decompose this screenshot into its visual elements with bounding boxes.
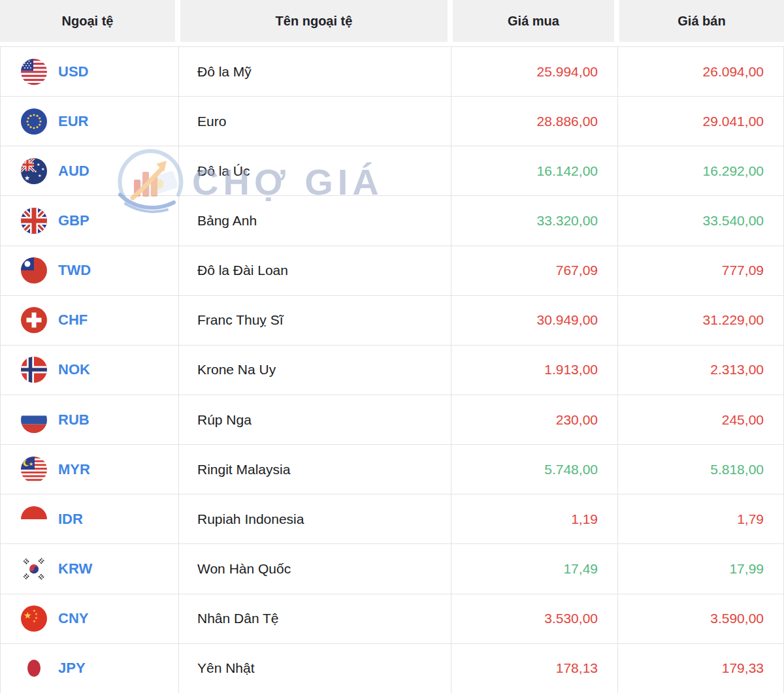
buy-price: 178,13 xyxy=(556,660,598,676)
svg-text:★: ★ xyxy=(24,174,30,182)
buy-price: 16.142,00 xyxy=(537,163,598,179)
buy-price-cell: 5.748,00 xyxy=(451,445,617,494)
column-header-buy-price: Giá mua xyxy=(453,0,614,42)
currency-name: Krone Na Uy xyxy=(197,362,276,378)
table-row: RUB Rúp Nga 230,00 245,00 xyxy=(0,395,784,445)
currency-name-cell: Franc Thuỵ Sĩ xyxy=(178,296,451,345)
flag-eur-icon xyxy=(21,108,47,135)
sell-price-cell: 1,79 xyxy=(617,494,783,543)
buy-price: 5.748,00 xyxy=(544,462,598,477)
exchange-rate-table: Ngoại tệ Tên ngoại tệ Giá mua Giá bán US… xyxy=(0,0,784,693)
buy-price-cell: 1,19 xyxy=(451,494,617,543)
flag-chf-icon xyxy=(21,307,47,333)
sell-price: 179,33 xyxy=(722,660,764,676)
currency-name-cell: Rúp Nga xyxy=(178,395,451,444)
sell-price-cell: 31.229,00 xyxy=(617,296,783,345)
sell-price: 31.229,00 xyxy=(703,312,764,328)
sell-price-cell: 179,33 xyxy=(617,644,783,693)
buy-price: 28.886,00 xyxy=(537,114,598,129)
currency-cell: JPY xyxy=(1,644,178,693)
currency-code[interactable]: CHF xyxy=(58,312,88,329)
flag-rub-icon xyxy=(21,407,47,433)
currency-code[interactable]: NOK xyxy=(58,361,90,378)
table-row: TWD Đô la Đài Loan 767,09 777,09 xyxy=(0,246,784,296)
currency-name: Won Hàn Quốc xyxy=(197,561,291,577)
currency-name-cell: Euro xyxy=(178,97,451,146)
currency-code[interactable]: TWD xyxy=(58,262,91,279)
flag-nok-icon xyxy=(21,357,47,383)
column-header-currency-name: Tên ngoại tệ xyxy=(180,0,448,42)
currency-code[interactable]: IDR xyxy=(58,511,83,528)
currency-name-cell: Nhân Dân Tệ xyxy=(178,594,451,643)
table-row: NOK Krone Na Uy 1.913,00 2.313,00 xyxy=(0,346,784,395)
table-row: IDR Rupiah Indonesia 1,19 1,79 xyxy=(0,494,784,544)
svg-text:★: ★ xyxy=(41,167,44,171)
buy-price-cell: 230,00 xyxy=(451,395,617,444)
currency-code[interactable]: EUR xyxy=(58,113,88,130)
currency-code[interactable]: AUD xyxy=(58,163,90,180)
table-header: Ngoại tệ Tên ngoại tệ Giá mua Giá bán xyxy=(0,0,784,42)
sell-price-cell: 33.540,00 xyxy=(617,196,783,245)
currency-name-cell: Đô la Úc xyxy=(178,146,451,195)
flag-cny-icon: ★★★★★ xyxy=(21,605,47,632)
table-row: EUR Euro 28.886,00 29.041,00 xyxy=(0,97,784,146)
buy-price-cell: 3.530,00 xyxy=(451,594,617,643)
currency-code[interactable]: RUB xyxy=(58,411,90,428)
table-row: JPY Yên Nhật 178,13 179,33 xyxy=(0,644,784,693)
currency-cell: ★★★★★ AUD xyxy=(1,146,178,195)
currency-name: Đô la Đài Loan xyxy=(197,263,288,278)
svg-text:★: ★ xyxy=(38,173,41,178)
currency-cell: KRW xyxy=(1,544,178,593)
currency-cell: RUB xyxy=(1,395,178,444)
currency-code[interactable]: KRW xyxy=(58,560,92,577)
table-row: USD Đô la Mỹ 25.994,00 26.094,00 xyxy=(0,47,784,97)
buy-price-cell: 1.913,00 xyxy=(451,346,617,395)
currency-name-cell: Bảng Anh xyxy=(178,196,451,245)
currency-code[interactable]: MYR xyxy=(58,461,90,478)
svg-text:★: ★ xyxy=(29,460,33,466)
currency-cell: TWD xyxy=(1,246,178,295)
table-row: CHF Franc Thuỵ Sĩ 30.949,00 31.229,00 xyxy=(0,296,784,346)
flag-idr-icon xyxy=(21,506,47,532)
currency-name: Đô la Mỹ xyxy=(197,64,252,80)
buy-price-cell: 16.142,00 xyxy=(451,146,617,195)
currency-name: Franc Thuỵ Sĩ xyxy=(197,312,284,328)
flag-krw-icon xyxy=(21,556,47,582)
currency-code[interactable]: CNY xyxy=(58,610,88,627)
svg-text:★: ★ xyxy=(34,169,37,173)
currency-cell: USD xyxy=(1,47,178,96)
sell-price-cell: 16.292,00 xyxy=(617,146,783,195)
sell-price: 3.590,00 xyxy=(710,611,764,626)
buy-price-cell: 33.320,00 xyxy=(451,196,617,245)
buy-price-cell: 17,49 xyxy=(451,544,617,593)
currency-cell: NOK xyxy=(1,346,178,395)
sell-price-cell: 3.590,00 xyxy=(617,594,783,643)
sell-price: 33.540,00 xyxy=(703,213,764,229)
sell-price: 29.041,00 xyxy=(703,114,764,129)
buy-price: 767,09 xyxy=(556,263,598,278)
buy-price: 3.530,00 xyxy=(544,611,598,626)
sell-price-cell: 29.041,00 xyxy=(617,97,783,146)
currency-cell: ★ MYR xyxy=(1,445,178,494)
buy-price-cell: 28.886,00 xyxy=(451,97,617,146)
sell-price: 1,79 xyxy=(737,511,764,527)
currency-code[interactable]: GBP xyxy=(58,212,90,229)
buy-price: 230,00 xyxy=(556,412,598,428)
flag-myr-icon: ★ xyxy=(21,457,47,483)
buy-price: 1.913,00 xyxy=(544,362,598,378)
currency-cell: GBP xyxy=(1,196,178,245)
flag-twd-icon xyxy=(21,257,47,283)
flag-gbp-icon xyxy=(21,208,47,234)
svg-text:★: ★ xyxy=(33,619,36,623)
table-row: GBP Bảng Anh 33.320,00 33.540,00 xyxy=(0,196,784,246)
sell-price: 2.313,00 xyxy=(710,362,764,378)
sell-price-cell: 245,00 xyxy=(617,395,783,444)
sell-price: 5.818,00 xyxy=(710,462,764,477)
svg-text:★: ★ xyxy=(37,162,40,167)
currency-code[interactable]: JPY xyxy=(58,660,86,677)
currency-name: Nhân Dân Tệ xyxy=(197,611,279,626)
buy-price: 30.949,00 xyxy=(537,312,598,328)
buy-price-cell: 178,13 xyxy=(451,644,617,693)
sell-price: 17,99 xyxy=(729,561,764,577)
currency-code[interactable]: USD xyxy=(58,63,88,80)
